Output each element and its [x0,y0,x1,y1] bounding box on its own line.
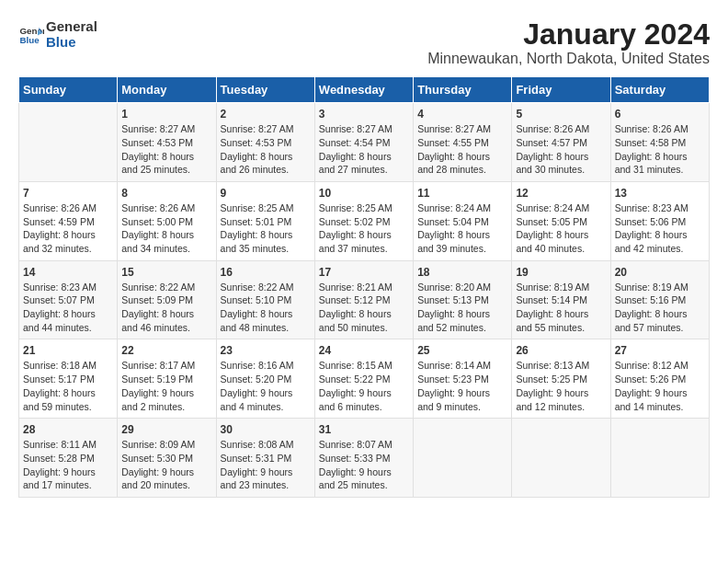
cell-content: Sunrise: 8:27 AM Sunset: 4:54 PM Dayligh… [319,122,409,177]
col-sunday: Sunday [19,77,118,103]
calendar-cell: 4Sunrise: 8:27 AM Sunset: 4:55 PM Daylig… [414,103,512,182]
day-number: 22 [121,344,211,357]
calendar-cell: 31Sunrise: 8:07 AM Sunset: 5:33 PM Dayli… [314,419,413,498]
day-number: 5 [516,108,606,121]
day-number: 18 [417,266,507,279]
day-number: 28 [23,423,113,436]
cell-content: Sunrise: 8:07 AM Sunset: 5:33 PM Dayligh… [319,438,409,492]
calendar-week-row: 14Sunrise: 8:23 AM Sunset: 5:07 PM Dayli… [19,260,710,339]
calendar-cell: 26Sunrise: 8:13 AM Sunset: 5:25 PM Dayli… [512,339,610,419]
col-friday: Friday [512,77,610,103]
day-number: 6 [615,108,705,121]
cell-content: Sunrise: 8:08 AM Sunset: 5:31 PM Dayligh… [221,438,311,492]
day-number: 30 [221,423,311,436]
day-number: 25 [417,344,507,357]
day-number: 24 [319,344,409,357]
cell-content: Sunrise: 8:27 AM Sunset: 4:55 PM Dayligh… [417,122,507,177]
calendar-week-row: 21Sunrise: 8:18 AM Sunset: 5:17 PM Dayli… [19,339,710,419]
day-number: 27 [615,344,705,357]
svg-text:Blue: Blue [19,35,40,45]
logo-line2: Blue [46,34,97,50]
cell-content: Sunrise: 8:22 AM Sunset: 5:09 PM Dayligh… [121,281,211,335]
logo-line1: General [46,18,97,34]
calendar-cell: 14Sunrise: 8:23 AM Sunset: 5:07 PM Dayli… [19,260,118,339]
calendar-cell: 2Sunrise: 8:27 AM Sunset: 4:53 PM Daylig… [216,103,314,182]
calendar-cell: 16Sunrise: 8:22 AM Sunset: 5:10 PM Dayli… [216,260,314,339]
calendar-cell: 23Sunrise: 8:16 AM Sunset: 5:20 PM Dayli… [216,339,314,419]
cell-content: Sunrise: 8:20 AM Sunset: 5:13 PM Dayligh… [417,281,507,335]
calendar-table: Sunday Monday Tuesday Wednesday Thursday… [18,76,710,498]
day-number: 1 [121,108,211,121]
col-thursday: Thursday [414,77,512,103]
cell-content: Sunrise: 8:25 AM Sunset: 5:01 PM Dayligh… [221,201,311,256]
calendar-cell: 5Sunrise: 8:26 AM Sunset: 4:57 PM Daylig… [512,103,610,182]
day-number: 17 [319,266,409,279]
calendar-cell: 24Sunrise: 8:15 AM Sunset: 5:22 PM Dayli… [314,339,413,419]
calendar-week-row: 1Sunrise: 8:27 AM Sunset: 4:53 PM Daylig… [19,103,710,182]
day-number: 31 [319,423,409,436]
logo: General Blue General Blue [18,18,97,50]
day-number: 15 [121,266,211,279]
day-number: 12 [516,187,606,200]
calendar-cell: 10Sunrise: 8:25 AM Sunset: 5:02 PM Dayli… [314,181,413,260]
day-number: 7 [23,187,113,200]
calendar-cell: 30Sunrise: 8:08 AM Sunset: 5:31 PM Dayli… [216,419,314,498]
cell-content: Sunrise: 8:11 AM Sunset: 5:28 PM Dayligh… [23,438,113,492]
day-number: 16 [221,266,311,279]
cell-content: Sunrise: 8:26 AM Sunset: 5:00 PM Dayligh… [121,201,211,256]
day-number: 26 [516,344,606,357]
calendar-cell: 20Sunrise: 8:19 AM Sunset: 5:16 PM Dayli… [610,260,709,339]
calendar-cell: 3Sunrise: 8:27 AM Sunset: 4:54 PM Daylig… [314,103,413,182]
day-number: 19 [516,266,606,279]
cell-content: Sunrise: 8:27 AM Sunset: 4:53 PM Dayligh… [221,122,311,177]
cell-content: Sunrise: 8:26 AM Sunset: 4:58 PM Dayligh… [615,122,705,177]
cell-content: Sunrise: 8:25 AM Sunset: 5:02 PM Dayligh… [319,201,409,256]
col-tuesday: Tuesday [216,77,314,103]
cell-content: Sunrise: 8:19 AM Sunset: 5:14 PM Dayligh… [516,281,606,335]
calendar-cell [414,419,512,498]
col-monday: Monday [118,77,216,103]
day-number: 3 [319,108,409,121]
calendar-subtitle: Minnewaukan, North Dakota, United States [427,51,710,67]
calendar-cell: 25Sunrise: 8:14 AM Sunset: 5:23 PM Dayli… [414,339,512,419]
cell-content: Sunrise: 8:23 AM Sunset: 5:06 PM Dayligh… [615,201,705,256]
calendar-cell [610,419,709,498]
calendar-cell: 28Sunrise: 8:11 AM Sunset: 5:28 PM Dayli… [19,419,118,498]
day-number: 10 [319,187,409,200]
cell-content: Sunrise: 8:13 AM Sunset: 5:25 PM Dayligh… [516,359,606,413]
calendar-cell: 1Sunrise: 8:27 AM Sunset: 4:53 PM Daylig… [118,103,216,182]
cell-content: Sunrise: 8:24 AM Sunset: 5:04 PM Dayligh… [417,201,507,256]
calendar-cell: 6Sunrise: 8:26 AM Sunset: 4:58 PM Daylig… [610,103,709,182]
calendar-body: 1Sunrise: 8:27 AM Sunset: 4:53 PM Daylig… [19,103,710,498]
cell-content: Sunrise: 8:17 AM Sunset: 5:19 PM Dayligh… [121,359,211,413]
col-saturday: Saturday [610,77,709,103]
day-number: 21 [23,344,113,357]
day-number: 14 [23,266,113,279]
day-number: 2 [221,108,311,121]
calendar-week-row: 28Sunrise: 8:11 AM Sunset: 5:28 PM Dayli… [19,419,710,498]
cell-content: Sunrise: 8:19 AM Sunset: 5:16 PM Dayligh… [615,281,705,335]
calendar-cell: 29Sunrise: 8:09 AM Sunset: 5:30 PM Dayli… [118,419,216,498]
cell-content: Sunrise: 8:27 AM Sunset: 4:53 PM Dayligh… [121,122,211,177]
header-row: Sunday Monday Tuesday Wednesday Thursday… [19,77,710,103]
cell-content: Sunrise: 8:09 AM Sunset: 5:30 PM Dayligh… [121,438,211,492]
day-number: 23 [221,344,311,357]
cell-content: Sunrise: 8:21 AM Sunset: 5:12 PM Dayligh… [319,281,409,335]
day-number: 4 [417,108,507,121]
calendar-header: Sunday Monday Tuesday Wednesday Thursday… [19,77,710,103]
calendar-cell: 19Sunrise: 8:19 AM Sunset: 5:14 PM Dayli… [512,260,610,339]
title-block: January 2024 Minnewaukan, North Dakota, … [427,18,710,67]
cell-content: Sunrise: 8:14 AM Sunset: 5:23 PM Dayligh… [417,359,507,413]
calendar-title: January 2024 [427,18,710,51]
day-number: 8 [121,187,211,200]
calendar-cell: 15Sunrise: 8:22 AM Sunset: 5:09 PM Dayli… [118,260,216,339]
calendar-cell: 9Sunrise: 8:25 AM Sunset: 5:01 PM Daylig… [216,181,314,260]
col-wednesday: Wednesday [314,77,413,103]
calendar-cell: 22Sunrise: 8:17 AM Sunset: 5:19 PM Dayli… [118,339,216,419]
calendar-cell [512,419,610,498]
calendar-cell: 13Sunrise: 8:23 AM Sunset: 5:06 PM Dayli… [610,181,709,260]
calendar-cell: 8Sunrise: 8:26 AM Sunset: 5:00 PM Daylig… [118,181,216,260]
calendar-cell: 17Sunrise: 8:21 AM Sunset: 5:12 PM Dayli… [314,260,413,339]
cell-content: Sunrise: 8:16 AM Sunset: 5:20 PM Dayligh… [221,359,311,413]
day-number: 11 [417,187,507,200]
